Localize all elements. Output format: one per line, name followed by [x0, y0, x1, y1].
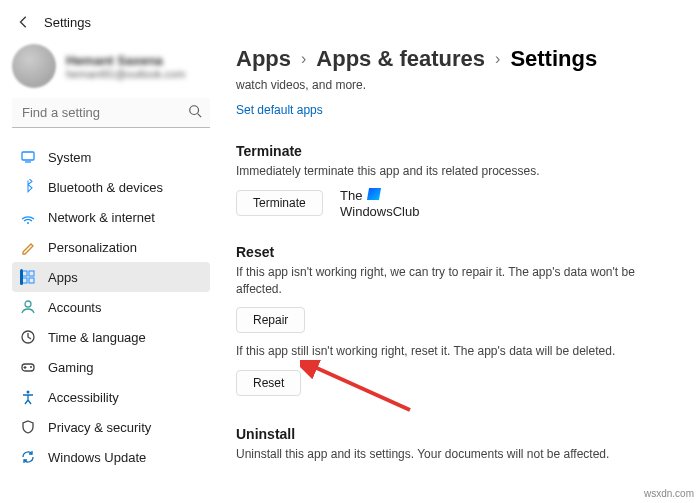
svg-point-0 — [190, 106, 199, 115]
terminate-title: Terminate — [236, 143, 680, 159]
user-name: Hemant Saxena — [66, 53, 185, 68]
sidebar-item-windows-update[interactable]: Windows Update — [12, 442, 210, 472]
chevron-right-icon: › — [301, 50, 306, 68]
sidebar-item-time-language[interactable]: Time & language — [12, 322, 210, 352]
arrow-left-icon — [17, 15, 31, 29]
uninstall-desc: Uninstall this app and its settings. You… — [236, 446, 680, 463]
user-info: Hemant Saxena hemant91@outlook.com — [66, 53, 185, 80]
sidebar-item-personalization[interactable]: Personalization — [12, 232, 210, 262]
reset-title: Reset — [236, 244, 680, 260]
search-box[interactable] — [12, 98, 210, 128]
repair-button[interactable]: Repair — [236, 307, 305, 333]
sidebar-item-label: Windows Update — [48, 450, 146, 465]
set-default-apps-link[interactable]: Set default apps — [236, 103, 323, 117]
reset-desc-1: If this app isn't working right, we can … — [236, 264, 680, 298]
user-block[interactable]: Hemant Saxena hemant91@outlook.com — [12, 44, 210, 88]
accessibility-icon — [20, 389, 36, 405]
svg-rect-7 — [22, 278, 27, 283]
reset-button[interactable]: Reset — [236, 370, 301, 396]
sidebar-item-apps[interactable]: Apps — [12, 262, 210, 292]
reset-desc-2: If this app still isn't working right, r… — [236, 343, 680, 360]
sidebar-item-label: Time & language — [48, 330, 146, 345]
intro-text: watch videos, and more. — [236, 78, 680, 92]
gaming-icon — [20, 359, 36, 375]
svg-point-13 — [27, 391, 30, 394]
avatar — [12, 44, 56, 88]
sidebar-item-label: System — [48, 150, 91, 165]
search-input[interactable] — [12, 98, 210, 128]
sidebar-item-network-internet[interactable]: Network & internet — [12, 202, 210, 232]
sidebar-item-gaming[interactable]: Gaming — [12, 352, 210, 382]
sidebar-item-label: Network & internet — [48, 210, 155, 225]
uninstall-title: Uninstall — [236, 426, 680, 442]
update-icon — [20, 449, 36, 465]
user-email: hemant91@outlook.com — [66, 68, 185, 80]
personalization-icon — [20, 239, 36, 255]
bluetooth-icon — [20, 179, 36, 195]
main-content: Apps › Apps & features › Settings watch … — [220, 38, 700, 503]
svg-rect-5 — [22, 271, 27, 276]
svg-line-1 — [198, 114, 202, 118]
svg-point-4 — [27, 222, 29, 224]
nav-list: SystemBluetooth & devicesNetwork & inter… — [12, 142, 210, 472]
chevron-right-icon: › — [495, 50, 500, 68]
terminate-button[interactable]: Terminate — [236, 190, 323, 216]
sidebar-item-bluetooth-devices[interactable]: Bluetooth & devices — [12, 172, 210, 202]
sidebar-item-label: Apps — [48, 270, 78, 285]
image-credit: wsxdn.com — [644, 488, 694, 499]
sidebar-item-system[interactable]: System — [12, 142, 210, 172]
crumb-apps-features[interactable]: Apps & features — [316, 46, 485, 72]
sidebar-item-accessibility[interactable]: Accessibility — [12, 382, 210, 412]
svg-rect-2 — [22, 152, 34, 160]
time-icon — [20, 329, 36, 345]
terminate-desc: Immediately terminate this app and its r… — [236, 163, 680, 180]
accounts-icon — [20, 299, 36, 315]
svg-point-12 — [30, 366, 32, 368]
back-button[interactable] — [14, 12, 34, 32]
breadcrumb: Apps › Apps & features › Settings — [236, 46, 680, 72]
sidebar-item-label: Accessibility — [48, 390, 119, 405]
privacy-icon — [20, 419, 36, 435]
sidebar-item-label: Bluetooth & devices — [48, 180, 163, 195]
sidebar-item-label: Personalization — [48, 240, 137, 255]
svg-rect-6 — [29, 271, 34, 276]
search-icon — [188, 104, 202, 121]
sidebar-item-label: Accounts — [48, 300, 101, 315]
svg-rect-8 — [29, 278, 34, 283]
sidebar-item-label: Gaming — [48, 360, 94, 375]
crumb-apps[interactable]: Apps — [236, 46, 291, 72]
crumb-current: Settings — [510, 46, 597, 72]
network-icon — [20, 209, 36, 225]
sidebar-item-label: Privacy & security — [48, 420, 151, 435]
apps-icon — [20, 269, 36, 285]
sidebar-item-accounts[interactable]: Accounts — [12, 292, 210, 322]
sidebar: Hemant Saxena hemant91@outlook.com Syste… — [0, 38, 220, 503]
window-title: Settings — [44, 15, 91, 30]
svg-point-9 — [25, 301, 31, 307]
sidebar-item-privacy-security[interactable]: Privacy & security — [12, 412, 210, 442]
system-icon — [20, 149, 36, 165]
